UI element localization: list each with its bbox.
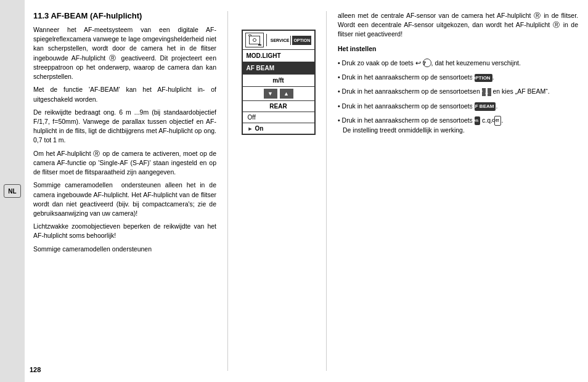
mft-row[interactable]: m/ft <box>243 75 314 87</box>
off-badge: Off <box>494 116 502 126</box>
paragraph-3: De reikwijdte bedraagt ong. 6 m ...9m (b… <box>33 108 216 145</box>
section-heading: 11.3 AF-BEAM (AF-hulplicht) <box>33 11 216 20</box>
on-badge: On <box>475 116 480 125</box>
up-arrow-button[interactable]: ▲ <box>280 89 293 99</box>
on-row[interactable]: ► On <box>243 123 314 134</box>
page-number: 128 <box>30 366 41 373</box>
rear-label: REAR <box>243 101 314 112</box>
service-option-group: SERVICE OPTION <box>269 36 311 45</box>
instruction-2: Druk in het aanraakscherm op de sensorto… <box>338 73 578 82</box>
paragraph-2: Met de functie 'AF-BEAM' kan het AF-hulp… <box>33 85 216 104</box>
instruction-1: Druk zo vaak op de toets ↩ 7, dat het ke… <box>338 59 578 68</box>
down-arrow-button[interactable]: ▼ <box>264 89 277 99</box>
language-tab: NL <box>0 0 25 382</box>
up-badge: ▲ <box>488 88 491 97</box>
right-column: alleen met de centrale AF-sensor van de … <box>327 11 588 371</box>
middle-column: SERVICE OPTION MOD.LIGHT AF BEAM m/ft <box>228 11 327 371</box>
service-button[interactable]: SERVICE <box>269 36 292 45</box>
nav-arrows-row: ▼ ▲ <box>243 87 314 101</box>
language-badge: NL <box>4 184 21 198</box>
af-beam-row[interactable]: AF BEAM <box>243 62 314 75</box>
option-button[interactable]: OPTION <box>292 36 311 45</box>
main-content: 11.3 AF-BEAM (AF-hulplicht) Wanneer het … <box>25 0 588 382</box>
paragraph-1: Wanneer het AF-meetsysteem van een digit… <box>33 25 216 81</box>
camera-icon <box>245 33 264 47</box>
af-beam-badge: AF BEAM <box>475 102 496 111</box>
mod-light-row[interactable]: MOD.LIGHT <box>243 50 314 62</box>
paragraph-5: Sommige cameramodellen ondersteunen alle… <box>33 181 216 218</box>
left-column: 11.3 AF-BEAM (AF-hulplicht) Wanneer het … <box>25 11 228 371</box>
divider <box>266 34 267 46</box>
paragraph-7: Sommige cameramodellen ondersteunen <box>33 245 216 254</box>
instruction-3: Druk in het aanraakscherm op de sensorto… <box>338 87 578 96</box>
right-intro-text: alleen met de centrale AF-sensor van de … <box>338 11 578 39</box>
option-badge: OPTION <box>475 74 492 83</box>
paragraph-6: Lichtzwakke zoomobjectieven beperken de … <box>33 222 216 240</box>
camera-menu-diagram: SERVICE OPTION MOD.LIGHT AF BEAM m/ft <box>242 30 316 135</box>
paragraph-4: Om het AF-hulplicht Ⓡ op de camera te ac… <box>33 149 216 177</box>
instruction-4: Druk in het aanraakscherm op de sensorto… <box>338 102 578 111</box>
instruction-5: Druk in het aanraakscherm op de sensorto… <box>338 116 578 135</box>
het-instellen-header: Het instellen <box>338 44 578 54</box>
off-row[interactable]: Off <box>243 112 314 123</box>
off-on-section: Off ► On <box>243 112 314 134</box>
on-arrow-indicator: ► <box>248 126 253 132</box>
